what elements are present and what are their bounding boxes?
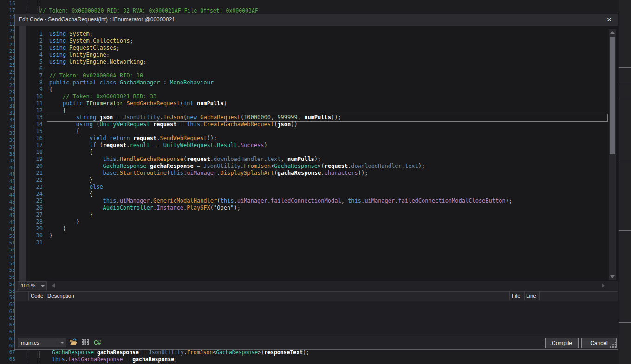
code-line[interactable]: AudioController.Instance.PlaySFX("Open")… [49, 204, 241, 211]
column-separator[interactable] [524, 292, 525, 301]
code-line[interactable]: // Token: 0x0200000A RID: 10 [49, 72, 143, 79]
column-header-code[interactable]: Code [31, 293, 44, 299]
background-line-number: 31 [1, 103, 15, 110]
background-line-number: 51 [1, 240, 15, 247]
code-line[interactable]: using UnityEngine; [49, 51, 110, 58]
code-line[interactable]: } [49, 218, 79, 225]
code-line[interactable]: yield return request.SendWebRequest(); [49, 135, 217, 142]
code-line[interactable]: } [49, 225, 66, 232]
background-line-number: 42 [1, 179, 15, 185]
code-line[interactable]: using RequestClasses; [49, 45, 120, 51]
code-line[interactable]: string json = JsonUtility.ToJson(new Gac… [49, 114, 341, 121]
background-line-number: 53 [1, 254, 15, 261]
open-folder-icon [69, 338, 78, 346]
background-line-number: 35 [1, 130, 15, 137]
background-line-number: 59 [1, 294, 15, 301]
dialog-titlebar[interactable]: Edit Code - SendGachaRequest(int) : IEnu… [15, 14, 618, 26]
code-line[interactable]: GachaResponse gachaResponse = JsonUtilit… [49, 163, 425, 170]
background-line-number: 34 [1, 124, 15, 131]
code-line[interactable]: { [49, 107, 66, 114]
scrollbar-down-icon[interactable] [610, 275, 615, 278]
background-line-number: 68 [1, 356, 15, 363]
compile-button[interactable]: Compile [545, 338, 579, 348]
background-line-number: 47 [1, 212, 15, 219]
code-line[interactable]: } [49, 232, 52, 239]
background-line-number: 36 [1, 137, 15, 144]
background-line-number: 60 [1, 301, 15, 308]
column-separator[interactable] [28, 292, 29, 301]
close-button[interactable]: ✕ [604, 15, 614, 25]
hscroll-right-arrow-icon[interactable] [602, 283, 605, 288]
scrollbar-up-icon[interactable] [610, 31, 615, 34]
background-line-number: 17 [1, 7, 15, 14]
background-line-number: 65 [1, 336, 15, 343]
code-line[interactable]: { [49, 86, 52, 93]
background-line-number: 61 [1, 308, 15, 315]
background-line-number: 63 [1, 322, 15, 329]
code-line[interactable]: if (request.result == UnityWebRequest.Re… [49, 142, 267, 149]
line-number: 17 [21, 142, 43, 149]
line-number: 8 [21, 79, 43, 86]
background-right-panel [619, 0, 631, 364]
zoom-select[interactable]: 100 % [18, 281, 47, 290]
code-line[interactable]: else [49, 184, 103, 191]
chevron-down-icon [60, 342, 64, 344]
add-assembly-reference-button[interactable] [81, 338, 91, 347]
background-panel-divider [619, 67, 631, 68]
background-line-number: 23 [1, 48, 15, 55]
add-document-button[interactable] [69, 338, 79, 347]
background-line-number: 25 [1, 62, 15, 69]
background-line-number: 49 [1, 226, 15, 233]
csharp-icon[interactable]: C# [94, 339, 101, 346]
background-line-number: 67 [1, 349, 15, 356]
code-line[interactable]: { [49, 128, 79, 135]
line-number: 31 [21, 239, 43, 246]
code-editor[interactable]: 1234567891011121314151617181920212223242… [15, 26, 618, 281]
code-line[interactable]: using System.Collections; [49, 38, 133, 45]
code-line[interactable]: public partial class GachaManager : Mono… [49, 79, 214, 86]
line-number: 9 [21, 86, 43, 93]
code-line[interactable]: public IEnumerator SendGachaRequest(int … [49, 100, 227, 107]
zoom-dropdown[interactable] [39, 282, 46, 290]
background-line-number: 48 [1, 219, 15, 226]
code-line[interactable]: } [49, 211, 93, 218]
horizontal-scrollbar[interactable] [49, 281, 607, 290]
code-line[interactable]: base.StartCoroutine(this.uiManager.Displ… [49, 170, 368, 177]
background-line-number: 29 [1, 89, 15, 96]
code-line[interactable]: using UnityEngine.Networking; [49, 58, 147, 65]
file-select-dropdown[interactable] [59, 338, 66, 347]
background-line-number: 33 [1, 117, 15, 124]
line-number: 13 [21, 114, 43, 121]
background-panel-divider [619, 322, 631, 323]
scrollbar-thumb[interactable] [610, 37, 615, 154]
column-separator[interactable] [539, 292, 540, 301]
hscroll-left-arrow-icon[interactable] [52, 283, 55, 288]
column-separator[interactable] [46, 292, 46, 301]
column-header-file[interactable]: File [512, 293, 520, 299]
cancel-button[interactable]: Cancel [581, 338, 617, 348]
file-select[interactable]: main.cs [18, 338, 66, 347]
background-line-number: 20 [1, 28, 15, 35]
line-number: 18 [21, 149, 43, 156]
line-number: 26 [21, 204, 43, 211]
code-line[interactable]: { [49, 149, 93, 156]
line-number: 30 [21, 232, 43, 239]
column-separator[interactable] [509, 292, 510, 301]
background-line-number: 41 [1, 172, 15, 179]
code-line[interactable]: // Token: 0x06000021 RID: 33 [49, 93, 156, 100]
column-header-line[interactable]: Line [526, 293, 536, 299]
code-line[interactable]: this.uiManager.GenericModalHandler(this.… [49, 198, 512, 204]
chevron-down-icon [41, 285, 45, 287]
line-number: 12 [21, 107, 43, 114]
resize-grip[interactable] [615, 346, 616, 348]
line-number: 2 [21, 38, 43, 45]
vertical-scrollbar[interactable] [609, 29, 616, 280]
code-line[interactable]: this.HandleGachaResponse(request.downloa… [49, 156, 321, 163]
code-line[interactable]: using (UnityWebRequest request = this.Cr… [49, 121, 298, 128]
code-line[interactable]: using System; [49, 31, 93, 38]
background-line-number: 56 [1, 274, 15, 281]
code-line[interactable]: { [49, 191, 93, 198]
column-header-description[interactable]: Description [47, 293, 74, 299]
background-line-number: 16 [1, 0, 15, 7]
code-line[interactable]: } [49, 177, 93, 184]
